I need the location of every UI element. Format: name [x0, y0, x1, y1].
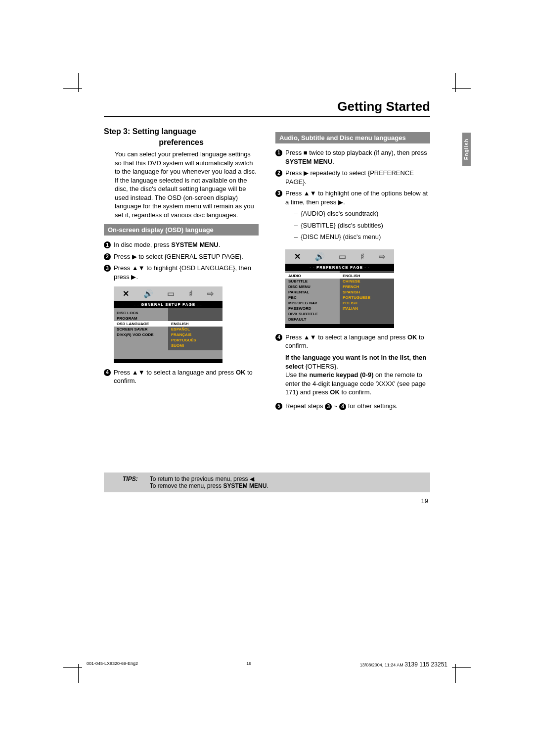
osd-menu-item: PBC	[288, 295, 337, 300]
osd-menu-preference: ✕ 🔊 ▭ ♯ ⇨ - - PREFERENCE PAGE - - AUDIOS…	[285, 249, 394, 328]
footer-doc-id: 001-045-LX8320-69-Eng2	[87, 661, 138, 668]
osd-lang-option: FRANÇAIS	[171, 332, 220, 337]
osd-lang-option: POLISH	[343, 300, 391, 306]
osd-menu-general-setup: ✕ 🔊 ▭ ♯ ⇨ - - GENERAL SETUP PAGE - - DIS…	[114, 286, 222, 363]
language-tab: English	[462, 133, 471, 166]
audio-step-1: 1 Press ■ twice to stop playback (if any…	[275, 148, 430, 166]
tools-icon: ✕	[294, 252, 301, 261]
osd-menu-item: DIVX(R) VOD CODE	[117, 332, 165, 337]
audio-step-4: 4 Press ▲▼ to select a language and pres…	[275, 333, 430, 350]
osd-step-2: 2 Press ▶ to select {GENERAL SETUP PAGE}…	[104, 252, 259, 261]
speaker-icon: 🔊	[315, 252, 325, 261]
audio-section-bar: Audio, Subtitle and Disc menu languages	[275, 132, 430, 143]
osd-lang-option: CHINESE	[343, 279, 391, 284]
osd-lang-option: ESPAÑOL	[171, 327, 220, 332]
osd-step-4: 4 Press ▲▼ to select a language and pres…	[104, 368, 259, 385]
osd-lang-option: FRENCH	[343, 284, 391, 289]
osd-menu-item: DEFAULT	[288, 317, 337, 322]
osd-lang-option: SPANISH	[343, 289, 391, 295]
tips-bar: TIPS: To return to the previous menu, pr…	[104, 472, 430, 492]
osd-menu-item: DIVX SUBTITLE	[288, 311, 337, 317]
osd-menu-item: OSD LANGUAGE	[114, 321, 168, 327]
page-title: Getting Started	[104, 99, 430, 117]
left-column: Step 3: Setting language preferences You…	[104, 127, 259, 413]
option-item: {DISC MENU} (disc's menu)	[294, 233, 430, 241]
osd-section-bar: On-screen display (OSD) language	[104, 224, 259, 236]
osd-lang-option: PORTUGUÊS	[171, 337, 220, 343]
equalizer-icon: ♯	[189, 289, 193, 298]
osd-step-1: 1 In disc mode, press SYSTEM MENU.	[104, 240, 259, 249]
step-sub: preferences	[104, 138, 259, 147]
screen-icon: ▭	[167, 289, 175, 298]
audio-note: If the language you want is not in the l…	[285, 353, 430, 397]
osd-menu-item: PARENTAL	[288, 289, 337, 295]
footer-page: 19	[246, 661, 251, 668]
osd-menu-item: PASSWORD	[288, 306, 337, 311]
equalizer-icon: ♯	[360, 252, 364, 261]
osd-menu-item: SCREEN SAVER	[117, 327, 165, 332]
exit-icon: ⇨	[207, 289, 214, 298]
osd-lang-option: ENGLISH	[340, 273, 394, 279]
osd-lang-option: PORTUGUESE	[343, 295, 391, 300]
footer: 001-045-LX8320-69-Eng2 19 13/08/2004, 11…	[87, 661, 447, 668]
step-intro: You can select your preferred language s…	[115, 150, 259, 219]
exit-icon: ⇨	[379, 252, 385, 261]
tips-label: TIPS:	[123, 475, 138, 489]
screen-icon: ▭	[339, 252, 346, 261]
footer-right: 13/08/2004, 11:24 AM 3139 115 23251	[360, 661, 447, 668]
osd-menu-item: DISC LOCK	[117, 310, 165, 316]
osd-lang-option: ENGLISH	[168, 321, 222, 327]
osd-menu-item: DISC MENU	[288, 284, 337, 289]
osd-menu-item: PROGRAM	[117, 316, 165, 321]
osd-menu-title: - - GENERAL SETUP PAGE - -	[114, 301, 222, 308]
audio-step-2: 2 Press ▶ repeatedly to select {PREFEREN…	[275, 169, 430, 186]
audio-step-3: 3 Press ▲▼ to highlight one of the optio…	[275, 189, 430, 244]
speaker-icon: 🔊	[143, 289, 153, 298]
osd-menu-item: AUDIO	[285, 273, 340, 279]
osd-menu2-title: - - PREFERENCE PAGE - -	[285, 264, 394, 271]
osd-lang-option: ITALIAN	[343, 306, 391, 311]
step-heading: Step 3: Setting language	[104, 127, 259, 136]
option-item: {SUBTITLE} (disc's subtitles)	[294, 221, 430, 230]
page-number: 19	[104, 497, 428, 505]
osd-lang-option: SUOMI	[171, 343, 220, 348]
osd-menu-item: MP3/JPEG NAV	[288, 300, 337, 306]
osd-step-3: 3 Press ▲▼ to highlight {OSD LANGUAGE}, …	[104, 264, 259, 281]
right-column: Audio, Subtitle and Disc menu languages …	[275, 127, 430, 413]
osd-menu-item: SUBTITLE	[288, 279, 337, 284]
audio-step-5: 5 Repeat steps 3 ~ 4 for other settings.	[275, 402, 430, 411]
option-item: {AUDIO} disc's soundtrack)	[294, 209, 430, 218]
tools-icon: ✕	[123, 289, 129, 298]
